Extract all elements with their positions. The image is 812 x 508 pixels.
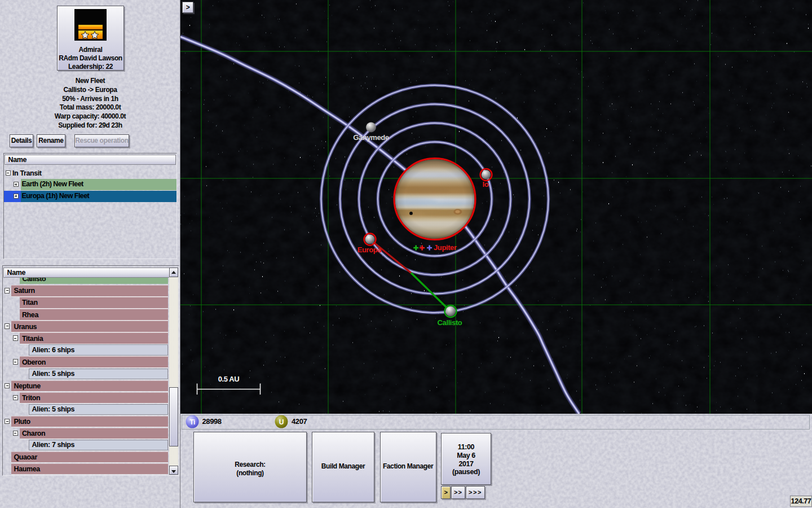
svg-text:Callisto: Callisto bbox=[438, 318, 462, 327]
svg-text:U: U bbox=[279, 418, 284, 426]
svg-text:Jupiter: Jupiter bbox=[434, 243, 457, 252]
svg-text:Europa: Europa bbox=[358, 246, 382, 254]
svg-text:Ti: Ti bbox=[189, 418, 195, 426]
svg-text:0.5 AU: 0.5 AU bbox=[218, 375, 240, 383]
svg-text:Ganymede: Ganymede bbox=[353, 133, 389, 142]
svg-text:Io: Io bbox=[483, 180, 489, 189]
